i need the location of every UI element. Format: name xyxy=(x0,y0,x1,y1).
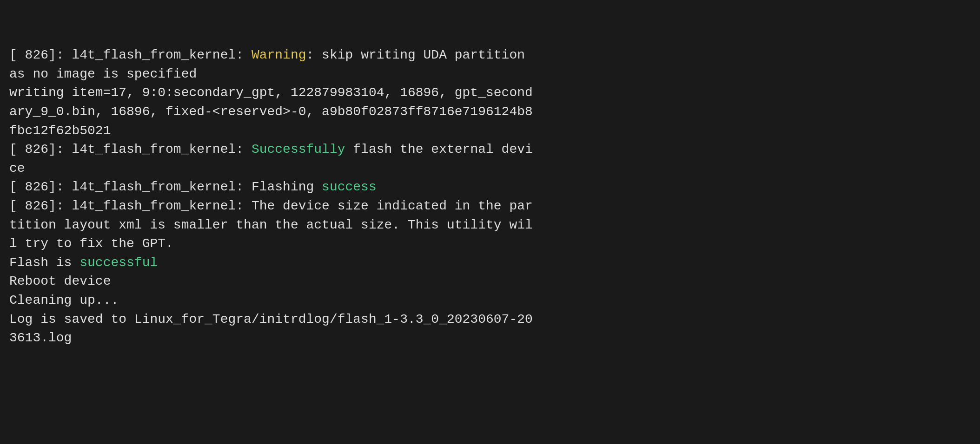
terminal-segment: Cleaning up... xyxy=(9,293,119,307)
terminal-segment: fbc12f62b5021 xyxy=(9,124,111,138)
terminal-line: [ 826]: l4t_flash_from_kernel: Successfu… xyxy=(9,140,971,159)
terminal-line: ary_9_0.bin, 16896, fixed-<reserved>-0, … xyxy=(9,103,971,122)
terminal-line: Log is saved to Linux_for_Tegra/initrdlo… xyxy=(9,310,971,329)
terminal-segment: l try to fix the GPT. xyxy=(9,236,173,251)
terminal-line: l try to fix the GPT. xyxy=(9,235,971,254)
terminal-segment: [ 826]: l4t_flash_from_kernel: xyxy=(9,48,252,62)
terminal-line: Flash is successful xyxy=(9,254,971,273)
terminal-line: [ 826]: l4t_flash_from_kernel: The devic… xyxy=(9,197,971,216)
terminal-line: [ 826]: l4t_flash_from_kernel: Warning: … xyxy=(9,46,971,65)
terminal-segment: Warning xyxy=(252,48,306,62)
terminal-segment: [ 826]: l4t_flash_from_kernel: xyxy=(9,142,252,157)
terminal-segment: writing item=17, 9:0:secondary_gpt, 1228… xyxy=(9,85,533,100)
terminal-segment: [ 826]: l4t_flash_from_kernel: Flashing xyxy=(9,180,322,194)
terminal-line: 3613.log xyxy=(9,329,971,348)
terminal-segment: Successfully xyxy=(252,142,345,157)
terminal-segment: Flash is xyxy=(9,255,79,270)
terminal-segment: Reboot device xyxy=(9,274,111,288)
terminal-line: ce xyxy=(9,159,971,178)
terminal-line: fbc12f62b5021 xyxy=(9,122,971,141)
terminal-segment: : skip writing UDA partition xyxy=(306,48,525,62)
terminal-line: writing item=17, 9:0:secondary_gpt, 1228… xyxy=(9,84,971,103)
terminal-segment: ary_9_0.bin, 16896, fixed-<reserved>-0, … xyxy=(9,104,533,119)
terminal-segment: [ 826]: l4t_flash_from_kernel: The devic… xyxy=(9,199,533,213)
terminal-line: tition layout xml is smaller than the ac… xyxy=(9,216,971,235)
terminal-output: [ 826]: l4t_flash_from_kernel: Warning: … xyxy=(9,8,971,348)
terminal-line: Reboot device xyxy=(9,272,971,291)
terminal-segment: success xyxy=(322,180,377,194)
terminal-segment: tition layout xml is smaller than the ac… xyxy=(9,218,533,232)
terminal-segment: Log is saved to Linux_for_Tegra/initrdlo… xyxy=(9,312,533,326)
terminal-segment: 3613.log xyxy=(9,331,72,345)
terminal-segment: as no image is specified xyxy=(9,67,197,81)
terminal-segment: ce xyxy=(9,161,25,176)
terminal-line: as no image is specified xyxy=(9,65,971,84)
terminal-line: Cleaning up... xyxy=(9,291,971,310)
terminal-line: [ 826]: l4t_flash_from_kernel: Flashing … xyxy=(9,178,971,197)
terminal-segment: flash the external devi xyxy=(345,142,533,157)
terminal-segment: successful xyxy=(79,255,158,270)
